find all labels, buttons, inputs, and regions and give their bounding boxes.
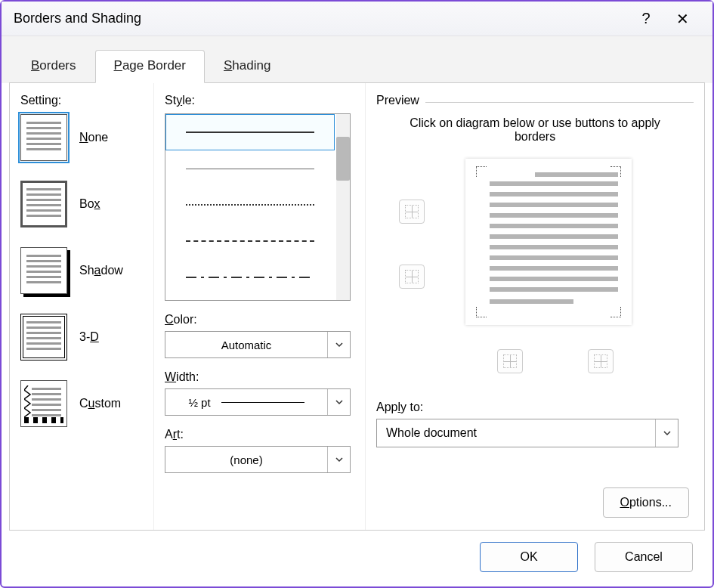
style-label: Style: [165,94,354,107]
dialog-footer: OK Cancel [2,538,712,586]
apply-to-combo[interactable]: Whole document [376,419,678,447]
setting-3d-label: 3-D [79,330,99,344]
border-top-toggle[interactable] [399,200,425,224]
color-combo[interactable]: Automatic [165,331,351,358]
help-icon: ? [641,10,650,27]
style-hairline[interactable] [165,150,335,187]
help-button[interactable]: ? [628,2,664,36]
apply-to-value: Whole document [377,426,655,440]
corner-marker [476,307,487,317]
chevron-down-icon [327,332,350,357]
border-left-toggle[interactable] [497,349,523,373]
setting-3d-thumb [20,314,67,361]
setting-none-thumb [20,114,67,161]
art-label: Art: [165,428,354,441]
tab-shading[interactable]: Shading [205,50,289,83]
chevron-down-icon [327,389,350,415]
corner-marker [476,166,487,177]
setting-none[interactable]: None [20,113,143,162]
ok-button[interactable]: OK [480,542,578,572]
color-label: Color: [165,313,354,326]
chevron-down-icon [327,447,350,472]
style-list[interactable] [165,113,351,301]
tab-panel: Setting: None Box Shadow 3-D [9,82,705,531]
setting-column: Setting: None Box Shadow 3-D [10,83,153,530]
setting-3d[interactable]: 3-D [20,313,143,361]
border-grid-icon [405,270,419,283]
options-button[interactable]: Options... [603,487,689,518]
border-grid-icon [405,205,419,218]
style-column: Style: Color: Automatic Width: ½ pt [153,83,365,530]
style-dashed[interactable] [165,223,335,259]
tab-page-border[interactable]: Page Border [95,50,205,83]
setting-shadow-label: Shadow [79,264,123,277]
chevron-down-icon [655,419,678,447]
style-dashdot[interactable] [165,259,335,296]
setting-custom-label: Custom [79,397,121,410]
setting-custom-thumb [20,380,67,427]
border-bottom-toggle[interactable] [399,265,425,289]
style-scroll-thumb[interactable] [336,137,350,181]
dialog-title: Borders and Shading [14,11,628,26]
setting-box-thumb [20,181,67,227]
titlebar: Borders and Shading ? ✕ [2,2,712,36]
width-preview-line [221,402,304,403]
border-right-toggle[interactable] [588,349,614,373]
preview-message: Click on diagram below or use buttons to… [399,116,671,144]
border-grid-icon [503,354,517,368]
preview-page[interactable] [465,159,632,325]
border-grid-icon [594,354,607,368]
art-combo[interactable]: (none) [165,446,351,473]
tab-borders[interactable]: Borders [12,50,95,83]
tab-strip: Borders Page Border Shading [2,36,712,83]
setting-box[interactable]: Box [20,180,143,228]
width-value: ½ pt [165,396,327,409]
borders-shading-dialog: Borders and Shading ? ✕ Borders Page Bor… [0,0,714,588]
width-label: Width: [165,370,354,384]
page-text-icon [490,181,618,295]
preview-divider [425,102,694,103]
preview-header: Preview [376,94,694,110]
style-solid[interactable] [165,114,335,150]
setting-shadow[interactable]: Shadow [20,246,143,295]
setting-none-label: None [79,131,108,144]
setting-label: Setting: [20,94,143,107]
close-button[interactable]: ✕ [664,2,700,36]
style-dotted[interactable] [165,187,335,223]
close-icon: ✕ [676,10,689,28]
setting-box-label: Box [79,197,100,211]
apply-to-label: Apply to: [376,401,694,414]
setting-shadow-thumb [20,247,67,294]
setting-custom[interactable]: Custom [20,379,143,428]
style-scrollbar[interactable] [336,114,350,300]
cancel-button[interactable]: Cancel [595,542,693,572]
corner-marker [610,307,621,317]
art-value: (none) [165,453,327,466]
width-combo[interactable]: ½ pt [165,388,351,416]
color-value: Automatic [165,339,327,351]
preview-area [376,154,694,373]
preview-column: Preview Click on diagram below or use bu… [365,83,704,530]
preview-label: Preview [376,94,419,107]
